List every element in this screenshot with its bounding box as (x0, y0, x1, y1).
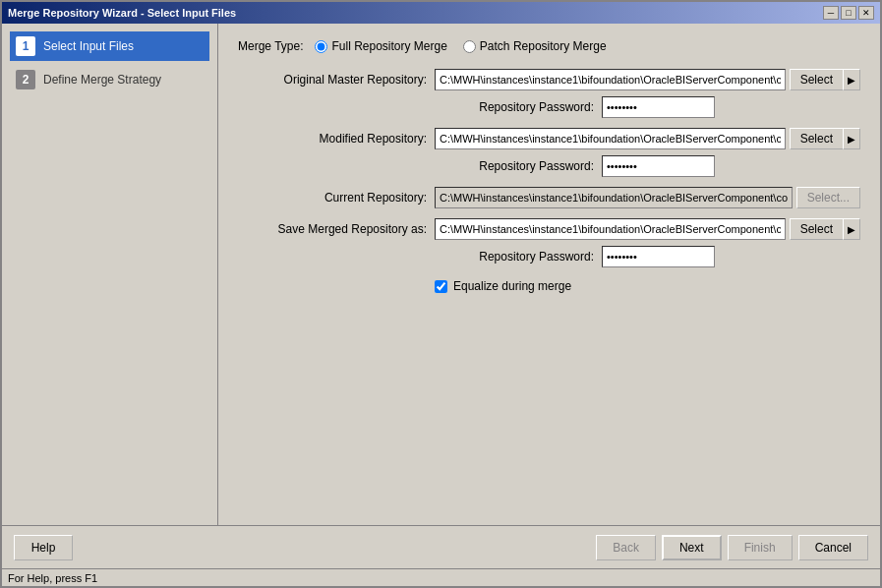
save-merged-select-btn-group: Select ▶ (790, 218, 860, 240)
step-number-1: 1 (16, 36, 35, 56)
cancel-button[interactable]: Cancel (798, 535, 868, 560)
status-bar: For Help, press F1 (2, 568, 880, 586)
merge-type-radio-group: Full Repository Merge Patch Repository M… (315, 39, 606, 53)
window-title: Merge Repository Wizard - Select Input F… (8, 7, 236, 19)
radio-patch-merge-label: Patch Repository Merge (480, 39, 607, 53)
save-merged-select-arrow[interactable]: ▶ (843, 218, 860, 240)
original-master-select-arrow[interactable]: ▶ (843, 69, 860, 90)
main-content: 1 Select Input Files 2 Define Merge Stra… (2, 24, 880, 525)
original-master-row: Original Master Repository: Select ▶ (238, 69, 860, 90)
merge-type-label: Merge Type: (238, 39, 303, 53)
modified-repo-password-row: Repository Password: (435, 155, 860, 177)
help-button[interactable]: Help (14, 535, 73, 560)
save-merged-path-input[interactable] (435, 218, 786, 240)
radio-patch-merge-input[interactable] (463, 40, 476, 53)
radio-full-merge-label: Full Repository Merge (331, 39, 446, 53)
equalize-label: Equalize during merge (453, 279, 571, 293)
modified-repo-group: Modified Repository: Select ▶ Repository… (238, 128, 860, 177)
minimize-button[interactable]: ─ (823, 6, 839, 20)
save-merged-row: Save Merged Repository as: Select ▶ (238, 218, 860, 240)
original-master-password-input[interactable] (602, 96, 715, 118)
title-bar-buttons: ─ □ ✕ (823, 6, 874, 20)
modified-repo-row: Modified Repository: Select ▶ (238, 128, 860, 149)
original-master-select-button[interactable]: Select (790, 69, 843, 90)
sidebar-item-label-1: Select Input Files (43, 39, 134, 53)
step-number-2: 2 (16, 70, 35, 89)
save-merged-group: Save Merged Repository as: Select ▶ Repo… (238, 218, 860, 267)
original-master-password-row: Repository Password: (435, 96, 860, 118)
next-button[interactable]: Next (662, 535, 722, 560)
footer-right: Back Next Finish Cancel (596, 535, 868, 560)
modified-repo-password-label: Repository Password: (435, 159, 602, 173)
original-master-select-btn-group: Select ▶ (790, 69, 860, 90)
back-button[interactable]: Back (596, 535, 656, 560)
finish-button: Finish (728, 535, 793, 560)
sidebar-item-select-input[interactable]: 1 Select Input Files (10, 31, 209, 61)
merge-type-row: Merge Type: Full Repository Merge Patch … (238, 39, 860, 53)
save-merged-password-label: Repository Password: (435, 250, 602, 264)
content-area: Merge Type: Full Repository Merge Patch … (218, 24, 880, 525)
current-repo-select-button: Select... (796, 187, 860, 208)
save-merged-password-row: Repository Password: (435, 246, 860, 267)
footer: Help Back Next Finish Cancel (2, 525, 880, 568)
modified-repo-select-btn-group: Select ▶ (790, 128, 860, 149)
current-repo-label: Current Repository: (238, 191, 435, 205)
title-bar: Merge Repository Wizard - Select Input F… (2, 2, 880, 24)
sidebar: 1 Select Input Files 2 Define Merge Stra… (2, 24, 218, 525)
current-repo-group: Current Repository: Select... (238, 187, 860, 208)
radio-full-merge-input[interactable] (315, 40, 327, 53)
save-merged-label: Save Merged Repository as: (238, 222, 435, 236)
save-merged-password-input[interactable] (602, 246, 715, 267)
modified-repo-select-button[interactable]: Select (790, 128, 843, 149)
original-master-path-input[interactable] (435, 69, 786, 90)
equalize-checkbox[interactable] (435, 280, 447, 293)
equalize-row: Equalize during merge (435, 279, 860, 293)
original-master-label: Original Master Repository: (238, 73, 435, 87)
modified-repo-password-input[interactable] (602, 155, 715, 177)
modified-repo-label: Modified Repository: (238, 132, 435, 146)
modified-repo-select-arrow[interactable]: ▶ (843, 128, 860, 149)
modified-repo-path-input[interactable] (435, 128, 786, 149)
close-button[interactable]: ✕ (858, 6, 874, 20)
original-master-password-label: Repository Password: (435, 100, 602, 114)
main-window: Merge Repository Wizard - Select Input F… (0, 0, 882, 588)
status-text: For Help, press F1 (8, 572, 97, 584)
current-repo-path-input[interactable] (435, 187, 793, 208)
sidebar-item-label-2: Define Merge Strategy (43, 73, 161, 87)
sidebar-item-define-merge[interactable]: 2 Define Merge Strategy (10, 65, 209, 94)
maximize-button[interactable]: □ (841, 6, 856, 20)
footer-left: Help (14, 535, 73, 560)
save-merged-select-button[interactable]: Select (790, 218, 843, 240)
radio-patch-merge[interactable]: Patch Repository Merge (463, 39, 607, 53)
current-repo-row: Current Repository: Select... (238, 187, 860, 208)
current-repo-select-btn-group: Select... (796, 187, 860, 208)
radio-full-merge[interactable]: Full Repository Merge (315, 39, 446, 53)
original-master-group: Original Master Repository: Select ▶ Rep… (238, 69, 860, 118)
